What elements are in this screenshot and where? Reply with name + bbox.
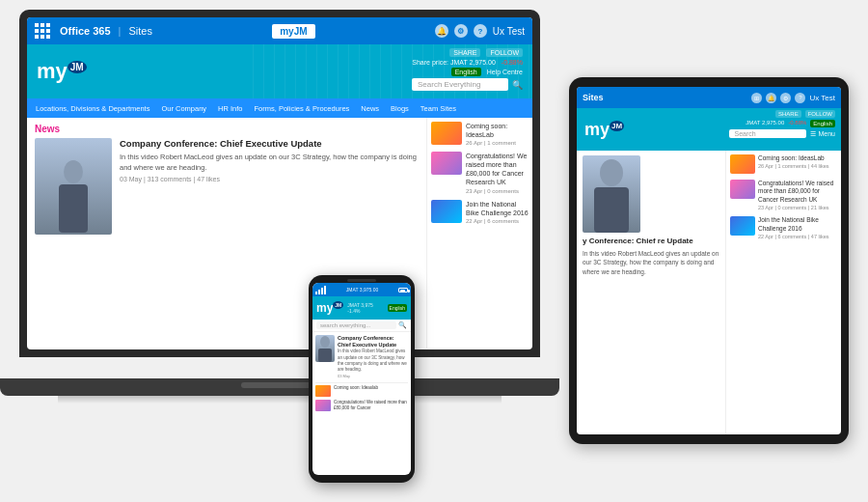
tablet-sidebar-thumb-2 [730, 180, 755, 199]
laptop-banner: myJM SHARE FOLLOW Share price: JMAT 2,97… [27, 44, 532, 98]
phone-news-item-1: Coming soon: Ideaslab [315, 385, 408, 397]
help-centre-link[interactable]: Help Centre [487, 69, 523, 75]
phone-main-article: Company Conference: Chief Executive Upda… [315, 335, 408, 378]
sidebar-title-2: Congratulations! We raised more than £80… [466, 152, 529, 186]
phone-body: JMAT 3,975.00 myJM JMAT 3,975 -1.4% Engl… [309, 275, 415, 483]
help-icon[interactable]: ? [474, 24, 487, 38]
tablet-sidebar-title-1: Coming soon: IdeasLab [758, 154, 828, 162]
tablet-sidebar-thumb-3 [730, 216, 755, 236]
sidebar-thumb-1 [431, 122, 462, 145]
phone-logo-sup: JM [333, 301, 343, 309]
gear-icon[interactable]: ⚙ [454, 24, 468, 38]
topbar-separator: | [119, 25, 122, 37]
follow-button[interactable]: FOLLOW [486, 48, 523, 57]
tablet-sidebar: Coming soon: IdeasLab 26 Apr | 1 comment… [725, 151, 841, 434]
article-title: Company Conference: Chief Executive Upda… [120, 138, 419, 150]
nav-item-blogs[interactable]: Blogs [386, 102, 414, 115]
tablet-sidebar-item-2: Congratulations! We raised more than £80… [730, 180, 837, 210]
tablet-sidebar-text-3: Join the National Bike Challenge 2016 22… [758, 216, 837, 239]
phone-english-btn[interactable]: English [388, 304, 407, 312]
nav-item-hr[interactable]: HR Info [213, 102, 247, 115]
nav-item-teamsites[interactable]: Team Sites [416, 102, 461, 115]
tablet-menu-btn[interactable]: ☰ Menu [810, 129, 835, 138]
share-button[interactable]: SHARE [449, 48, 480, 57]
laptop-device: Office 365 | Sites myJM 🔔 ⚙ ? Ux Test my… [19, 10, 540, 396]
bell-icon[interactable]: 🔔 [435, 24, 448, 38]
tablet-sidebar-text-2: Congratulations! We raised more than £80… [758, 180, 837, 210]
tablet-follow-btn[interactable]: FOLLOW [805, 110, 835, 118]
phone-article-body: In this video Robert MacLeod gives an up… [338, 349, 408, 373]
tablet-content-area: y Conference: Chief re Update In this vi… [577, 151, 841, 434]
tablet-sidebar-text-1: Coming soon: IdeasLab 26 Apr | 1 comment… [758, 154, 828, 169]
sidebar-text-2: Congratulations! We raised more than £80… [466, 152, 529, 193]
tablet-main-content: y Conference: Chief re Update In this vi… [577, 151, 725, 434]
nav-item-locations[interactable]: Locations, Divisions & Departments [31, 102, 154, 115]
tablet-user-name: Ux Test [809, 94, 835, 102]
lang-help-row: English Help Centre [451, 68, 523, 76]
article-text-block: Company Conference: Chief Executive Upda… [120, 138, 419, 235]
phone-banner: myJM JMAT 3,975 -1.4% English [312, 296, 411, 320]
tablet-help-icon[interactable]: ? [795, 93, 805, 103]
tablet-logo-sup: JM [610, 121, 624, 131]
tablet-person-image [583, 155, 640, 233]
svg-point-4 [320, 336, 330, 348]
tablet-sidebar-item-1: Coming soon: IdeasLab 26 Apr | 1 comment… [730, 154, 837, 174]
phone-news-text-1: Coming soon: Ideaslab [334, 385, 408, 397]
waffle-icon[interactable] [35, 23, 50, 39]
laptop-screen: Office 365 | Sites myJM 🔔 ⚙ ? Ux Test my… [27, 17, 532, 349]
tablet-topbar-icons: ⊞ 🔔 ⚙ ? Ux Test [751, 93, 835, 103]
phone-news-thumb-1 [315, 385, 331, 397]
tablet-bell-icon[interactable]: 🔔 [766, 93, 776, 103]
tablet-gear-icon[interactable]: ⚙ [780, 93, 791, 103]
sidebar-item-3: Join the National Bike Challenge 2016 22… [431, 200, 529, 224]
phone-article-text: Company Conference: Chief Executive Upda… [338, 335, 408, 378]
phone-content-area: Company Conference: Chief Executive Upda… [312, 332, 411, 417]
sidebar-item-1: Coming soon: IdeasLab 26 Apr | 1 comment [431, 122, 529, 146]
tablet-search-box[interactable]: Search [729, 129, 806, 138]
nav-item-news[interactable]: News [356, 102, 384, 115]
sidebar-meta-2: 23 Apr | 0 comments [466, 188, 529, 194]
tablet-sidebar-meta-1: 26 Apr | 1 comments | 44 likes [758, 163, 828, 169]
phone-article-title: Company Conference: Chief Executive Upda… [338, 335, 408, 349]
search-icon[interactable]: 🔍 [512, 80, 523, 90]
phone-divider-1 [315, 382, 408, 383]
tablet-price-row: JMAT 2,975.00 -0.88% English [746, 120, 835, 127]
tablet-screen: Sites ⊞ 🔔 ⚙ ? Ux Test myJM SHARE FOLL [577, 87, 841, 434]
phone-search-icon[interactable]: 🔍 [398, 321, 407, 329]
article-body: In this video Robert MacLeod gives an up… [120, 153, 419, 173]
phone-person-image [315, 335, 335, 362]
banner-right: SHARE FOLLOW Share price: JMAT 2,975.00 … [412, 48, 523, 91]
search-box[interactable]: Search Everything [412, 78, 508, 91]
tablet-sidebar-thumb-1 [730, 154, 755, 174]
sidebar-title-1: Coming soon: IdeasLab [466, 122, 529, 139]
myjm-tab[interactable]: myJM [272, 24, 314, 39]
nav-item-forms[interactable]: Forms, Policies & Procedures [250, 102, 355, 115]
laptop-base [0, 378, 559, 396]
tablet-share-btn[interactable]: SHARE [775, 110, 801, 118]
laptop-sidebar: Coming soon: IdeasLab 26 Apr | 1 comment… [426, 118, 532, 349]
phone-banner-logo: myJM [316, 301, 343, 315]
phone-news-item-2: Congratulations! We raised more than £80… [315, 400, 408, 411]
phone-time: JMAT 3,975.00 [346, 287, 378, 293]
nav-item-company[interactable]: Our Company [156, 102, 211, 115]
tablet-waffle-icon[interactable]: ⊞ [751, 93, 762, 103]
svg-point-2 [600, 159, 623, 186]
svg-rect-3 [594, 187, 629, 233]
tablet-body: Sites ⊞ 🔔 ⚙ ? Ux Test myJM SHARE FOLL [569, 77, 849, 444]
english-button[interactable]: English [451, 68, 481, 76]
phone-search-bar: search everything... 🔍 [312, 320, 411, 332]
svg-rect-5 [318, 349, 332, 362]
phone-article-meta: 03 May [338, 374, 408, 378]
phone-search-input[interactable]: search everything... [316, 321, 396, 329]
tablet-sidebar-meta-3: 22 Apr | 6 comments | 47 likes [758, 234, 837, 239]
battery-fill [400, 290, 405, 293]
banner-logo-sup: JM [68, 61, 87, 73]
sites-label: Sites [128, 25, 151, 37]
topbar-center: myJM [158, 24, 429, 39]
phone-device: JMAT 3,975.00 myJM JMAT 3,975 -1.4% Engl… [309, 275, 415, 483]
sidebar-meta-3: 22 Apr | 6 comments [466, 218, 529, 224]
battery-icon [398, 288, 408, 293]
tablet-english-btn[interactable]: English [810, 120, 835, 127]
banner-logo: myJM [37, 59, 87, 84]
phone-screen: JMAT 3,975.00 myJM JMAT 3,975 -1.4% Engl… [312, 283, 411, 475]
